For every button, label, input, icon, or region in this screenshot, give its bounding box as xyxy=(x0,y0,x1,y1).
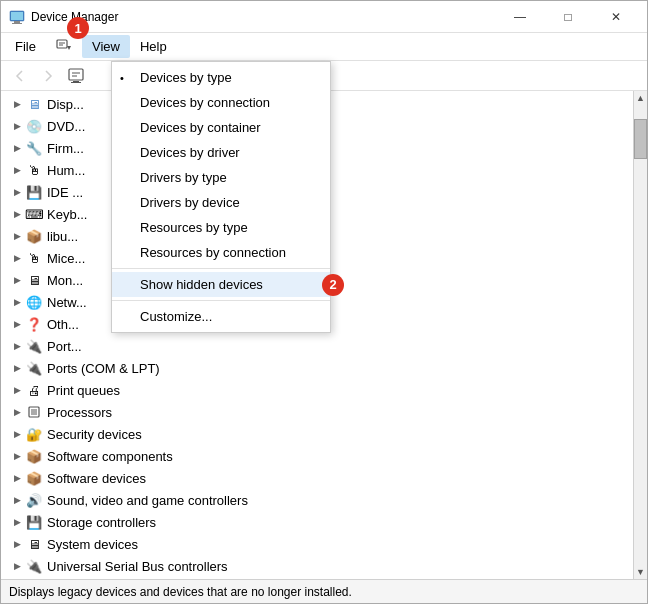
icon-dvd: 💿 xyxy=(25,117,43,135)
label-mon: Mon... xyxy=(47,273,83,288)
expand-icon-sound[interactable]: ▶ xyxy=(9,492,25,508)
menu-item-resources-by-connection[interactable]: Resources by connection xyxy=(112,240,330,265)
tree-item-storage[interactable]: ▶ 💾 Storage controllers xyxy=(1,511,633,533)
forward-button[interactable] xyxy=(35,64,61,88)
tree-item-usb2[interactable]: ▶ 🔌 Universal Serial Bus devices xyxy=(1,577,633,579)
label-usb1: Universal Serial Bus controllers xyxy=(47,559,228,574)
properties-icon xyxy=(67,67,85,85)
menu-view[interactable]: View xyxy=(82,35,130,58)
expand-icon-port[interactable]: ▶ xyxy=(9,338,25,354)
scroll-up-btn[interactable]: ▲ xyxy=(634,91,647,105)
expand-icon-dvd[interactable]: ▶ xyxy=(9,118,25,134)
vertical-scrollbar[interactable]: ▲ ▼ xyxy=(633,91,647,579)
menu-bar: File View Help • Devices by type Devices xyxy=(1,33,647,61)
icon-proc xyxy=(25,403,43,421)
menu-item-devices-by-connection[interactable]: Devices by connection xyxy=(112,90,330,115)
label-lib: libu... xyxy=(47,229,78,244)
icon-print: 🖨 xyxy=(25,381,43,399)
menu-item-show-hidden-devices[interactable]: Show hidden devices 2 xyxy=(112,272,330,297)
expand-icon-mic[interactable]: ▶ xyxy=(9,250,25,266)
menu-item-devices-by-type[interactable]: • Devices by type xyxy=(112,65,330,90)
icon-security: 🔐 xyxy=(25,425,43,443)
tree-item-usb1[interactable]: ▶ 🔌 Universal Serial Bus controllers xyxy=(1,555,633,577)
forward-icon xyxy=(41,69,55,83)
svg-rect-3 xyxy=(11,12,23,20)
icon-mon: 🖥 xyxy=(25,271,43,289)
title-bar: 1 Device Manager — □ ✕ xyxy=(1,1,647,33)
scroll-down-btn[interactable]: ▼ xyxy=(634,565,647,579)
label-net: Netw... xyxy=(47,295,87,310)
label-proc: Processors xyxy=(47,405,112,420)
expand-icon-ide[interactable]: ▶ xyxy=(9,184,25,200)
maximize-button[interactable]: □ xyxy=(545,1,591,33)
expand-icon-usb1[interactable]: ▶ xyxy=(9,558,25,574)
menu-help[interactable]: Help xyxy=(130,35,177,58)
label-firm: Firm... xyxy=(47,141,84,156)
svg-rect-2 xyxy=(12,23,22,24)
menu-item-drivers-by-type[interactable]: Drivers by type xyxy=(112,165,330,190)
menu-item-drivers-by-device[interactable]: Drivers by device xyxy=(112,190,330,215)
label-hum: Hum... xyxy=(47,163,85,178)
expand-icon-storage[interactable]: ▶ xyxy=(9,514,25,530)
expand-icon-mon[interactable]: ▶ xyxy=(9,272,25,288)
expand-icon-software-comp[interactable]: ▶ xyxy=(9,448,25,464)
expand-icon-proc[interactable]: ▶ xyxy=(9,404,25,420)
label-port: Port... xyxy=(47,339,82,354)
expand-icon-security[interactable]: ▶ xyxy=(9,426,25,442)
minimize-button[interactable]: — xyxy=(497,1,543,33)
icon-hum: 🖱 xyxy=(25,161,43,179)
tree-item-sound[interactable]: ▶ 🔊 Sound, video and game controllers xyxy=(1,489,633,511)
expand-icon-ports-com[interactable]: ▶ xyxy=(9,360,25,376)
label-software-comp: Software components xyxy=(47,449,173,464)
window-controls: — □ ✕ xyxy=(497,1,639,33)
expand-icon-hum[interactable]: ▶ xyxy=(9,162,25,178)
svg-marker-7 xyxy=(67,46,71,50)
menu-item-resources-by-type[interactable]: Resources by type xyxy=(112,215,330,240)
expand-icon-key[interactable]: ▶ xyxy=(9,206,25,222)
expand-icon-disp[interactable]: ▶ xyxy=(9,96,25,112)
icon-usb1: 🔌 xyxy=(25,557,43,575)
app-icon xyxy=(9,9,25,25)
menu-separator xyxy=(112,268,330,269)
tree-item-software-comp[interactable]: ▶ 📦 Software components xyxy=(1,445,633,467)
tree-item-software-dev[interactable]: ▶ 📦 Software devices xyxy=(1,467,633,489)
tree-item-system[interactable]: ▶ 🖥 System devices xyxy=(1,533,633,555)
label-disp: Disp... xyxy=(47,97,84,112)
badge-2: 2 xyxy=(322,274,344,296)
label-storage: Storage controllers xyxy=(47,515,156,530)
label-dvd: DVD... xyxy=(47,119,85,134)
menu-item-devices-by-driver[interactable]: Devices by driver xyxy=(112,140,330,165)
icon-mic: 🖱 xyxy=(25,249,43,267)
close-button[interactable]: ✕ xyxy=(593,1,639,33)
expand-icon-lib[interactable]: ▶ xyxy=(9,228,25,244)
status-text: Displays legacy devices and devices that… xyxy=(9,585,352,599)
expand-icon-software-dev[interactable]: ▶ xyxy=(9,470,25,486)
label-sound: Sound, video and game controllers xyxy=(47,493,248,508)
menu-file[interactable]: File xyxy=(5,35,46,58)
expand-icon-system[interactable]: ▶ xyxy=(9,536,25,552)
tree-item-print[interactable]: ▶ 🖨 Print queues xyxy=(1,379,633,401)
back-button[interactable] xyxy=(7,64,33,88)
expand-icon-net[interactable]: ▶ xyxy=(9,294,25,310)
icon-net: 🌐 xyxy=(25,293,43,311)
expand-icon-oth[interactable]: ▶ xyxy=(9,316,25,332)
view-dropdown-menu: • Devices by type Devices by connection … xyxy=(111,61,331,333)
icon-disp: 🖥 xyxy=(25,95,43,113)
tree-item-port[interactable]: ▶ 🔌 Port... xyxy=(1,335,633,357)
label-software-dev: Software devices xyxy=(47,471,146,486)
scrollbar-thumb[interactable] xyxy=(634,119,647,159)
tree-item-proc[interactable]: ▶ Processors xyxy=(1,401,633,423)
svg-rect-14 xyxy=(31,409,37,415)
properties-button[interactable] xyxy=(63,64,89,88)
menu-item-devices-by-container[interactable]: Devices by container xyxy=(112,115,330,140)
label-ports-com: Ports (COM & LPT) xyxy=(47,361,160,376)
status-bar: Displays legacy devices and devices that… xyxy=(1,579,647,603)
tree-item-ports-com[interactable]: ▶ 🔌 Ports (COM & LPT) xyxy=(1,357,633,379)
menu-item-customize[interactable]: Customize... xyxy=(112,304,330,329)
icon-ports-com: 🔌 xyxy=(25,359,43,377)
tree-item-security[interactable]: ▶ 🔐 Security devices xyxy=(1,423,633,445)
icon-key: ⌨ xyxy=(25,205,43,223)
label-system: System devices xyxy=(47,537,138,552)
expand-icon-firm[interactable]: ▶ xyxy=(9,140,25,156)
expand-icon-print[interactable]: ▶ xyxy=(9,382,25,398)
